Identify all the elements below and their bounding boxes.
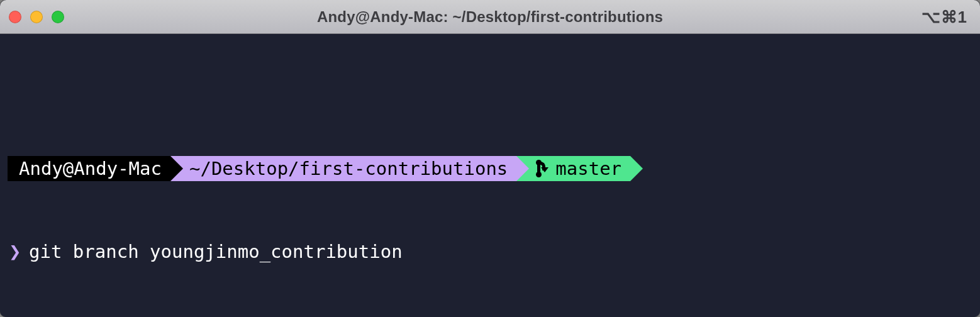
window-title: Andy@Andy-Mac: ~/Desktop/first-contribut… [317, 8, 663, 26]
prompt-path-segment: ~/Desktop/first-contributions [170, 156, 516, 181]
zoom-icon[interactable] [52, 11, 64, 23]
prompt-branch: master [555, 156, 621, 181]
close-icon[interactable] [9, 11, 21, 23]
shortcut-indicator: ⌥⌘1 [922, 7, 967, 26]
prompt-host: Andy@Andy-Mac [19, 156, 162, 181]
prompt-path: ~/Desktop/first-contributions [189, 156, 508, 181]
prompt-glyph-icon: ❯ [8, 238, 23, 265]
minimize-icon[interactable] [30, 11, 43, 23]
prompt-branch-segment: master [516, 156, 630, 181]
command-text: git branch youngjinmo_contribution [23, 238, 403, 265]
prompt-line: Andy@Andy-Mac ~/Desktop/first-contributi… [8, 155, 975, 182]
window-controls [9, 11, 64, 23]
window-titlebar[interactable]: Andy@Andy-Mac: ~/Desktop/first-contribut… [0, 0, 980, 34]
git-branch-icon [535, 160, 548, 177]
terminal-body[interactable]: Andy@Andy-Mac ~/Desktop/first-contributi… [0, 34, 980, 317]
command-line: ❯ git branch youngjinmo_contribution [8, 238, 975, 265]
prompt-host-segment: Andy@Andy-Mac [8, 156, 170, 181]
terminal-window: Andy@Andy-Mac: ~/Desktop/first-contribut… [0, 0, 980, 317]
